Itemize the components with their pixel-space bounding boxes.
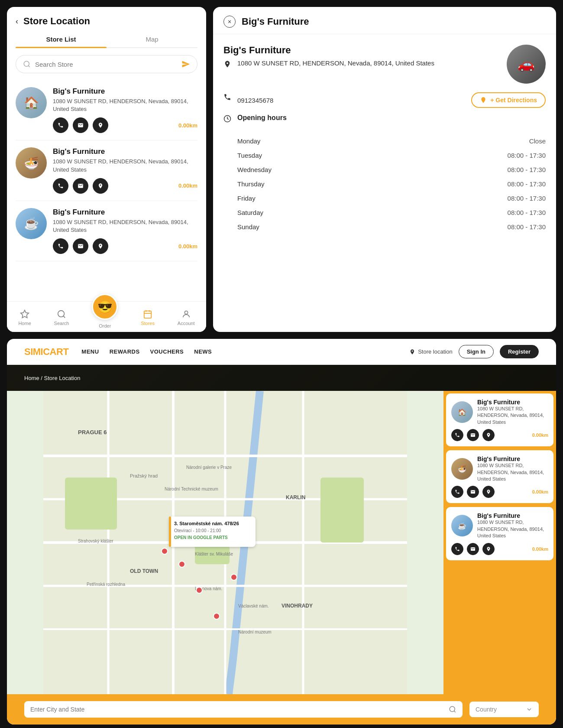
tab-store-list[interactable]: Store List: [16, 31, 107, 47]
hours-wednesday: Wednesday 08:00 - 17:30: [237, 162, 546, 177]
search-icon: [23, 60, 31, 68]
web-phone-btn-2[interactable]: [451, 486, 463, 498]
address-row: 1080 W SUNSET RD, HENDERSON, Nevada, 890…: [223, 59, 434, 68]
store-detail-panel: × Big's Furniture Big's Furniture 1080 W…: [213, 7, 556, 332]
web-store-card-1[interactable]: 🏠 Big's Furniture 1080 W SUNSET RD, HEND…: [446, 393, 553, 446]
web-logo: SIMICART: [24, 346, 68, 358]
store-detail-name: Big's Furniture: [223, 45, 434, 56]
breadcrumb: Home / Store Location: [24, 375, 80, 381]
svg-point-39: [196, 587, 202, 593]
store-item-1[interactable]: 🏠 Big's Furniture 1080 W SUNSET RD, HEND…: [16, 80, 197, 140]
nav-search-label: Search: [54, 321, 69, 326]
web-card-address-1: 1080 W SUNSET RD, HENDERSON, Nevada, 890…: [477, 406, 548, 426]
store-detail-address: 1080 W SUNSET RD, HENDERSON, Nevada, 890…: [237, 59, 434, 67]
location-button-2[interactable]: [93, 178, 108, 194]
nav-search[interactable]: Search: [54, 309, 69, 326]
distance-3: 0.00km: [178, 243, 197, 250]
store-detail-avatar: 🚗: [507, 45, 546, 84]
top-row: ‹ Store Location Store List Map 🏠: [7, 7, 556, 332]
sign-in-button[interactable]: Sign In: [459, 345, 494, 358]
web-store-card-2[interactable]: 🍜 Big's Furniture 1080 W SUNSET RD, HEND…: [446, 450, 553, 503]
nav-stores[interactable]: Stores: [141, 309, 155, 326]
close-button[interactable]: ×: [223, 16, 236, 28]
web-loc-btn-2[interactable]: [482, 486, 495, 498]
store-location-link[interactable]: Store location: [409, 348, 453, 355]
location-button-1[interactable]: [93, 117, 108, 133]
svg-point-0: [24, 61, 29, 66]
email-button-1[interactable]: [73, 117, 88, 133]
web-loc-btn-3[interactable]: [482, 543, 495, 555]
nav-order-label: Order: [99, 323, 111, 328]
web-loc-btn-1[interactable]: [482, 429, 495, 441]
store-avatar-3: ☕: [16, 208, 47, 239]
store-address-1: 1080 W SUNSET RD, HENDERSON, Nevada, 890…: [53, 98, 197, 113]
svg-text:Klášter sv. Mikuláše: Klášter sv. Mikuláše: [195, 552, 233, 556]
hours-friday: Friday 08:00 - 17:30: [237, 191, 546, 205]
phone-button-3[interactable]: [53, 238, 68, 254]
nav-vouchers[interactable]: VOUCHERS: [150, 348, 184, 355]
web-distance-3: 0.00km: [532, 546, 548, 552]
country-select[interactable]: Country: [469, 702, 539, 717]
svg-text:KARLIN: KARLIN: [286, 494, 305, 500]
web-section: SIMICART MENU REWARDS VOUCHERS NEWS Stor…: [7, 339, 556, 725]
svg-text:Strahovský klášter: Strahovský klášter: [78, 539, 113, 543]
nav-menu[interactable]: MENU: [81, 348, 99, 355]
web-card-address-2: 1080 W SUNSET RD, HENDERSON, Nevada, 890…: [477, 462, 548, 482]
register-button[interactable]: Register: [500, 345, 539, 358]
phone-button-2[interactable]: [53, 178, 68, 194]
svg-text:3. Staroměstské nám. 478/26: 3. Staroměstské nám. 478/26: [174, 521, 239, 526]
web-store-card-3[interactable]: ☕ Big's Furniture 1080 W SUNSET RD, HEND…: [446, 507, 553, 560]
store-actions-2: 0.00km: [53, 178, 197, 194]
svg-point-48: [450, 706, 455, 712]
detail-panel-title: Big's Furniture: [242, 16, 309, 27]
nav-home[interactable]: Home: [18, 309, 31, 326]
web-email-btn-3[interactable]: [467, 543, 479, 555]
tab-map[interactable]: Map: [107, 31, 197, 47]
nav-order[interactable]: 😎 Order: [92, 302, 118, 328]
phone-button-1[interactable]: [53, 117, 68, 133]
location-detail-icon: [223, 60, 231, 68]
hours-thursday: Thursday 08:00 - 17:30: [237, 177, 546, 191]
web-nav-links: MENU REWARDS VOUCHERS NEWS: [81, 348, 396, 355]
store-avatar-1: 🏠: [16, 87, 47, 118]
web-email-btn-1[interactable]: [467, 429, 479, 441]
order-button[interactable]: 😎: [92, 294, 118, 320]
web-phone-btn-3[interactable]: [451, 543, 463, 555]
map-svg: PRAGUE 6 PRAGUE 1 OLD TOWN KARLIN VINOHR…: [7, 391, 443, 694]
email-button-2[interactable]: [73, 178, 88, 194]
distance-2: 0.00km: [178, 182, 197, 189]
tab-bar: Store List Map: [16, 31, 197, 48]
nav-news[interactable]: NEWS: [194, 348, 212, 355]
store-list: 🏠 Big's Furniture 1080 W SUNSET RD, HEND…: [7, 80, 206, 301]
web-navbar: SIMICART MENU REWARDS VOUCHERS NEWS Stor…: [7, 339, 556, 365]
web-card-header-2: 🍜 Big's Furniture 1080 W SUNSET RD, HEND…: [451, 455, 548, 482]
svg-text:Petřínská rozhledna: Petřínská rozhledna: [87, 582, 125, 587]
nav-account[interactable]: Account: [178, 309, 195, 326]
nav-rewards[interactable]: REWARDS: [110, 348, 140, 355]
web-map: PRAGUE 6 PRAGUE 1 OLD TOWN KARLIN VINOHR…: [7, 391, 443, 694]
svg-rect-44: [169, 517, 171, 547]
search-bar: [16, 55, 197, 73]
store-detail-left: Big's Furniture 1080 W SUNSET RD, HENDER…: [223, 45, 434, 74]
city-state-input[interactable]: [30, 706, 444, 713]
svg-point-38: [179, 561, 185, 567]
get-directions-button[interactable]: + Get Directions: [471, 92, 546, 108]
store-item-2[interactable]: 🍜 Big's Furniture 1080 W SUNSET RD, HEND…: [16, 140, 197, 201]
web-distance-1: 0.00km: [532, 432, 548, 438]
store-item-3[interactable]: ☕ Big's Furniture 1080 W SUNSET RD, HEND…: [16, 201, 197, 261]
back-button[interactable]: ‹: [16, 17, 18, 26]
web-card-avatar-3: ☕: [451, 515, 473, 536]
email-button-3[interactable]: [73, 238, 88, 254]
send-icon[interactable]: [181, 60, 190, 68]
location-button-3[interactable]: [93, 238, 108, 254]
svg-text:OPEN IN GOOGLE PARTS: OPEN IN GOOGLE PARTS: [174, 535, 228, 540]
web-card-header-1: 🏠 Big's Furniture 1080 W SUNSET RD, HEND…: [451, 399, 548, 426]
web-email-btn-2[interactable]: [467, 486, 479, 498]
nav-account-label: Account: [178, 321, 195, 326]
web-phone-btn-1[interactable]: [451, 429, 463, 441]
web-card-name-1: Big's Furniture: [477, 399, 548, 406]
search-input[interactable]: [35, 61, 177, 68]
store-address-2: 1080 W SUNSET RD, HENDERSON, Nevada, 890…: [53, 158, 197, 173]
web-card-actions-2: 0.00km: [451, 486, 548, 498]
store-name-2: Big's Furniture: [53, 147, 197, 156]
